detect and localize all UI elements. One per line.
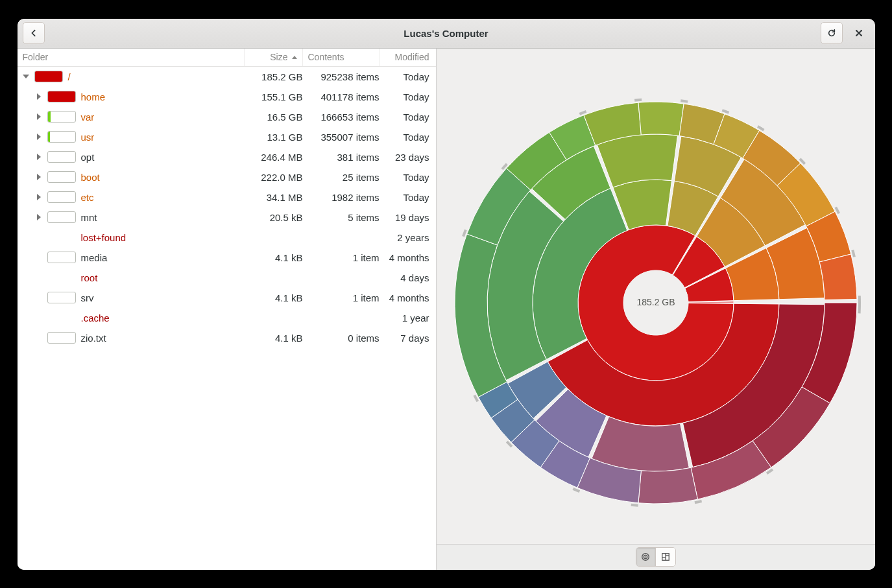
column-header-modified[interactable]: Modified — [380, 49, 436, 66]
chevron-left-icon — [29, 29, 38, 38]
tree-row[interactable]: srv4.1 kB1 item4 months — [18, 288, 436, 308]
expander[interactable] — [34, 92, 43, 101]
folder-name: zio.txt — [81, 333, 106, 344]
cell-contents: 925238 items — [303, 71, 380, 82]
sort-ascending-icon — [292, 56, 297, 59]
tree-row[interactable]: usr13.1 GB355007 itemsToday — [18, 127, 436, 147]
folder-name: mnt — [81, 212, 97, 223]
cell-folder: opt — [18, 151, 245, 163]
size-swatch — [47, 151, 76, 163]
cell-folder: / — [18, 71, 245, 82]
column-header-size[interactable]: Size — [245, 49, 303, 66]
cell-modified: Today — [380, 172, 429, 183]
cell-contents: 166653 items — [303, 112, 380, 123]
expander[interactable] — [34, 132, 43, 141]
size-swatch — [47, 332, 76, 344]
tree-row[interactable]: home155.1 GB401178 itemsToday — [18, 87, 436, 107]
cell-contents: 1 item — [303, 252, 380, 263]
size-swatch — [47, 131, 76, 143]
expander[interactable] — [34, 112, 43, 121]
expander-open-icon — [23, 75, 29, 78]
expander-closed-icon — [37, 113, 41, 120]
cell-contents: 401178 items — [303, 91, 380, 102]
expander[interactable] — [34, 213, 43, 222]
chart-toolbar — [437, 544, 875, 570]
sunburst-icon — [641, 552, 650, 561]
size-swatch — [47, 191, 76, 203]
expander-closed-icon — [37, 134, 41, 140]
expander[interactable] — [34, 172, 43, 182]
cell-modified: 2 years — [380, 232, 429, 243]
expander-closed-icon — [37, 194, 41, 200]
cell-folder: root — [18, 272, 245, 283]
chart-pane: 185.2 GB — [437, 49, 875, 570]
cell-modified: Today — [380, 71, 429, 82]
expander-closed-icon — [37, 214, 41, 220]
size-swatch — [34, 71, 63, 82]
tree-row[interactable]: zio.txt4.1 kB0 items7 days — [18, 328, 436, 348]
rings-view-button[interactable] — [636, 548, 656, 566]
tree-row[interactable]: var16.5 GB166653 itemsToday — [18, 107, 436, 127]
tree-row[interactable]: boot222.0 MB25 itemsToday — [18, 167, 436, 187]
size-swatch — [47, 171, 76, 183]
expander[interactable] — [34, 152, 43, 161]
cell-modified: 4 months — [380, 292, 429, 303]
size-swatch — [47, 111, 76, 123]
folder-name: .cache — [81, 312, 110, 323]
close-icon — [855, 29, 863, 37]
folder-name: lost+found — [81, 232, 127, 243]
column-header-contents[interactable]: Contents — [303, 49, 380, 66]
cell-folder: mnt — [18, 211, 245, 223]
column-header-folder[interactable]: Folder — [18, 49, 245, 66]
cell-folder: etc — [18, 191, 245, 203]
cell-modified: Today — [380, 112, 429, 123]
cell-modified: 4 months — [380, 252, 429, 263]
cell-folder: lost+found — [18, 231, 245, 243]
treemap-icon — [661, 552, 670, 561]
expander-closed-icon — [37, 174, 41, 180]
cell-contents: 25 items — [303, 172, 380, 183]
folder-name: opt — [81, 152, 95, 163]
folder-tree[interactable]: /185.2 GB925238 itemsTodayhome155.1 GB40… — [18, 67, 436, 570]
cell-modified: 4 days — [380, 272, 429, 283]
cell-contents: 1 item — [303, 292, 380, 303]
column-header-size-label: Size — [270, 52, 287, 62]
folder-name: / — [68, 71, 71, 82]
tree-row[interactable]: root4 days — [18, 268, 436, 288]
content-area: Folder Size Contents Modified /185.2 GB9… — [18, 49, 875, 570]
size-swatch — [47, 252, 76, 263]
close-button[interactable] — [848, 22, 870, 44]
cell-size: 185.2 GB — [245, 71, 303, 82]
expander[interactable] — [34, 193, 43, 202]
rescan-button[interactable] — [821, 22, 843, 44]
cell-contents: 5 items — [303, 212, 380, 223]
sunburst-chart[interactable]: 185.2 GB — [437, 49, 875, 544]
cell-size: 4.1 kB — [245, 292, 303, 303]
cell-folder: usr — [18, 131, 245, 143]
size-swatch — [47, 91, 76, 102]
tree-row[interactable]: media4.1 kB1 item4 months — [18, 248, 436, 268]
window-title: Lucas's Computer — [18, 28, 875, 39]
folder-name: root — [81, 272, 98, 283]
size-swatch — [47, 292, 76, 303]
cell-contents: 1982 items — [303, 192, 380, 203]
chart-center-label: 185.2 GB — [636, 296, 675, 307]
cell-modified: 19 days — [380, 212, 429, 223]
treemap-view-button[interactable] — [656, 548, 675, 566]
cell-contents: 381 items — [303, 152, 380, 163]
tree-row[interactable]: etc34.1 MB1982 itemsToday — [18, 187, 436, 207]
folder-name: etc — [81, 192, 94, 203]
tree-row[interactable]: mnt20.5 kB5 items19 days — [18, 207, 436, 228]
folder-name: home — [81, 91, 106, 102]
app-window: Lucas's Computer Folder Size Contents Mo… — [18, 19, 875, 570]
tree-row[interactable]: opt246.4 MB381 items23 days — [18, 147, 436, 167]
tree-row[interactable]: .cache1 year — [18, 308, 436, 328]
cell-size: 13.1 GB — [245, 132, 303, 143]
expander[interactable] — [21, 72, 30, 81]
folder-name: var — [81, 112, 95, 123]
tree-row[interactable]: /185.2 GB925238 itemsToday — [18, 67, 436, 87]
cell-size: 34.1 MB — [245, 192, 303, 203]
back-button[interactable] — [23, 22, 45, 44]
tree-row[interactable]: lost+found2 years — [18, 228, 436, 248]
cell-size: 246.4 MB — [245, 152, 303, 163]
